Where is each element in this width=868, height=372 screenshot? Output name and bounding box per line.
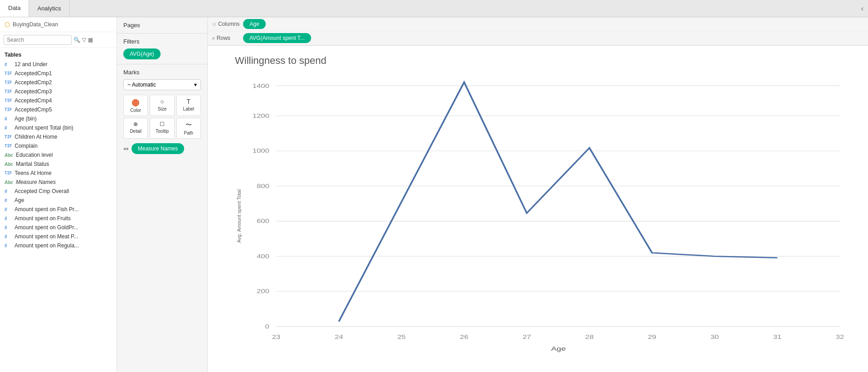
field-type-icon: TIF bbox=[5, 144, 12, 148]
chart-area: Avg. Amount spent Total 0 bbox=[235, 76, 854, 357]
list-item[interactable]: TIF AcceptedCmp5 bbox=[0, 105, 117, 114]
svg-text:200: 200 bbox=[257, 289, 269, 295]
field-type-icon: TIF bbox=[5, 135, 12, 139]
list-item[interactable]: # Age bbox=[0, 196, 117, 205]
field-label: Accepted Cmp Overall bbox=[15, 188, 69, 194]
left-panel: ⬡ BuyingData_Clean 🔍 ▽ ▦ Tables # 12 and… bbox=[0, 17, 117, 372]
data-source-row: ⬡ BuyingData_Clean bbox=[0, 17, 117, 32]
pages-label: Pages bbox=[123, 22, 140, 29]
list-item[interactable]: # Accepted Cmp Overall bbox=[0, 187, 117, 196]
filters-label: Filters bbox=[123, 38, 201, 45]
svg-text:0: 0 bbox=[265, 324, 269, 329]
field-type-icon: TIF bbox=[5, 107, 12, 112]
svg-text:24: 24 bbox=[335, 334, 343, 340]
svg-text:1200: 1200 bbox=[253, 113, 269, 119]
field-type-icon: Abc bbox=[5, 153, 13, 158]
size-icon: ○ bbox=[160, 98, 164, 105]
tooltip-icon: ☐ bbox=[160, 121, 165, 127]
marks-section: Marks ~ Automatic ▾ ⬤ Color ○ Size T Lab… bbox=[117, 64, 207, 372]
list-item[interactable]: # 12 and Under bbox=[0, 60, 117, 69]
list-item[interactable]: Abc Measure Names bbox=[0, 178, 117, 187]
list-item[interactable]: # Amount spent on Fish Pr... bbox=[0, 205, 117, 214]
marks-label-label: Label bbox=[183, 106, 194, 111]
list-item[interactable]: TIF AcceptedCmp1 bbox=[0, 69, 117, 78]
marks-color-label: Color bbox=[130, 108, 141, 113]
list-item[interactable]: # Age (bin) bbox=[0, 114, 117, 123]
columns-shelf-label: ⁝⁝⁝ Columns bbox=[212, 21, 239, 27]
svg-text:800: 800 bbox=[257, 183, 269, 189]
columns-pill[interactable]: Age bbox=[243, 19, 265, 29]
field-type-icon: TIF bbox=[5, 80, 12, 85]
search-icon[interactable]: 🔍 bbox=[73, 37, 80, 43]
right-panel: ⁝⁝⁝ Columns Age ≡ Rows AVG(Amount spent … bbox=[208, 17, 868, 372]
list-item[interactable]: # Amount spent on GoldPr... bbox=[0, 223, 117, 232]
field-label: Children At Home bbox=[15, 134, 57, 140]
list-item[interactable]: TIF AcceptedCmp3 bbox=[0, 87, 117, 96]
search-input[interactable] bbox=[4, 35, 72, 45]
rows-shelf: ≡ Rows AVG(Amount spent T... bbox=[208, 31, 868, 45]
marks-tooltip-button[interactable]: ☐ Tooltip bbox=[150, 118, 174, 139]
columns-text: Columns bbox=[218, 21, 239, 27]
shelf-area: ⁝⁝⁝ Columns Age ≡ Rows AVG(Amount spent … bbox=[208, 17, 868, 46]
main-layout: ⬡ BuyingData_Clean 🔍 ▽ ▦ Tables # 12 and… bbox=[0, 17, 868, 372]
field-label: Amount spent on Regula... bbox=[15, 242, 79, 249]
middle-panel: Pages Filters AVG(Age) Marks ~ Automatic… bbox=[117, 17, 208, 372]
tab-data[interactable]: Data bbox=[0, 0, 29, 17]
field-label: Amount spent on Fruits bbox=[15, 215, 71, 222]
field-type-icon: # bbox=[5, 116, 12, 121]
field-label: AcceptedCmp3 bbox=[15, 88, 52, 95]
field-label: AcceptedCmp5 bbox=[15, 106, 52, 113]
y-axis-label: Avg. Amount spent Total bbox=[236, 189, 242, 243]
field-label: Marital Status bbox=[16, 161, 49, 167]
list-item[interactable]: # Amount spent Total (bin) bbox=[0, 123, 117, 132]
field-type-icon: TIF bbox=[5, 89, 12, 94]
field-type-icon: # bbox=[5, 225, 12, 230]
collapse-button[interactable]: ‹ bbox=[857, 5, 868, 13]
marks-size-label: Size bbox=[158, 106, 166, 111]
filter-avg-age[interactable]: AVG(Age) bbox=[123, 48, 161, 59]
chart-title: Willingness to spend bbox=[235, 55, 854, 67]
svg-text:27: 27 bbox=[522, 334, 531, 340]
measure-names-row: ⇔ Measure Names bbox=[123, 143, 201, 154]
chevron-down-icon: ▾ bbox=[194, 82, 197, 88]
list-item[interactable]: Abc Marital Status bbox=[0, 159, 117, 169]
filter-icon[interactable]: ▽ bbox=[82, 37, 86, 43]
svg-text:31: 31 bbox=[773, 334, 782, 340]
marks-detail-button[interactable]: ⊕ Detail bbox=[123, 118, 148, 139]
tables-label: Tables bbox=[0, 48, 117, 60]
field-label: Amount spent Total (bin) bbox=[15, 125, 73, 131]
marks-detail-label: Detail bbox=[130, 129, 141, 134]
list-item[interactable]: # Amount spent on Regula... bbox=[0, 241, 117, 250]
top-tab-bar: Data Analytics ‹ bbox=[0, 0, 868, 17]
rows-pill[interactable]: AVG(Amount spent T... bbox=[243, 33, 311, 43]
field-type-icon: # bbox=[5, 198, 12, 203]
list-item[interactable]: TIF Complain bbox=[0, 141, 117, 150]
list-item[interactable]: TIF AcceptedCmp2 bbox=[0, 78, 117, 87]
marks-size-button[interactable]: ○ Size bbox=[150, 95, 174, 116]
search-icons: 🔍 ▽ ▦ bbox=[73, 37, 93, 43]
tab-analytics[interactable]: Analytics bbox=[29, 0, 69, 17]
list-item[interactable]: Abc Education level bbox=[0, 150, 117, 159]
list-item[interactable]: TIF Teens At Home bbox=[0, 169, 117, 178]
view-toggle-icon[interactable]: ▦ bbox=[88, 37, 93, 43]
field-label: AcceptedCmp4 bbox=[15, 97, 52, 104]
marks-type-dropdown[interactable]: ~ Automatic ▾ bbox=[123, 79, 201, 90]
marks-type-value: ~ Automatic bbox=[127, 82, 156, 88]
list-item[interactable]: TIF AcceptedCmp4 bbox=[0, 96, 117, 105]
svg-text:29: 29 bbox=[648, 334, 656, 340]
marks-path-label: Path bbox=[184, 130, 194, 135]
marks-label-button[interactable]: T Label bbox=[176, 95, 201, 116]
field-type-icon: TIF bbox=[5, 171, 12, 175]
measure-icon: ⇔ bbox=[123, 145, 129, 152]
marks-path-button[interactable]: 〜 Path bbox=[176, 118, 201, 139]
marks-color-button[interactable]: ⬤ Color bbox=[123, 95, 148, 116]
svg-text:23: 23 bbox=[272, 334, 281, 340]
list-item[interactable]: TIF Children At Home bbox=[0, 132, 117, 141]
tab-data-label: Data bbox=[8, 5, 20, 11]
list-item[interactable]: # Amount spent on Fruits bbox=[0, 214, 117, 223]
rows-icon: ≡ bbox=[212, 36, 215, 41]
list-item[interactable]: # Amount spent on Meat P... bbox=[0, 232, 117, 241]
field-type-icon: Abc bbox=[5, 180, 13, 185]
measure-names-pill[interactable]: Measure Names bbox=[132, 143, 184, 154]
field-label: Age (bin) bbox=[15, 116, 37, 122]
